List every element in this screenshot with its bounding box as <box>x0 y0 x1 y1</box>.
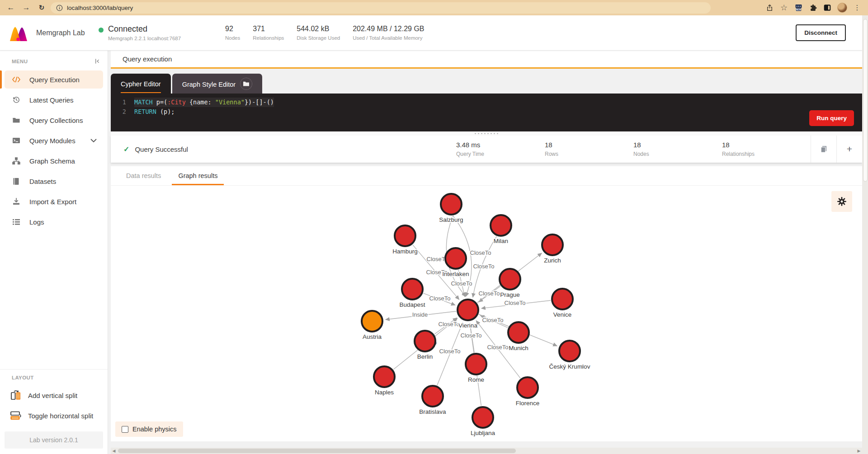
code-line[interactable]: 2RETURN (p); <box>111 107 862 117</box>
scroll-left-arrow-icon[interactable]: ◀ <box>111 448 117 454</box>
horizontal-scroll-thumb[interactable] <box>118 449 516 453</box>
graph-node[interactable] <box>508 322 529 343</box>
folder-icon <box>240 78 252 90</box>
import-icon <box>12 197 21 206</box>
vertical-scrollbar[interactable] <box>862 15 868 454</box>
sidebar-item-query-execution[interactable]: Query Execution <box>5 70 103 89</box>
enable-physics-checkbox[interactable] <box>122 426 128 433</box>
brand: Memgraph Lab <box>0 24 99 42</box>
graph-node[interactable] <box>422 386 443 407</box>
query-status-text: Query Successful <box>135 145 188 153</box>
node-label: Ljubljana <box>471 430 495 436</box>
graph-node[interactable] <box>374 366 395 387</box>
result-stat: 18Rows <box>545 141 633 157</box>
share-icon[interactable] <box>765 3 774 12</box>
graph-node[interactable] <box>402 279 423 300</box>
extensions-puzzle-icon[interactable] <box>808 3 817 12</box>
graph-node[interactable] <box>362 311 382 332</box>
enable-physics-label[interactable]: Enable physics <box>132 426 177 433</box>
extension-new-icon[interactable]: NEW <box>794 3 803 12</box>
add-view-button[interactable]: + <box>837 136 862 163</box>
memgraph-logo-icon <box>9 24 30 42</box>
vertical-scroll-thumb[interactable] <box>863 19 868 182</box>
graph-settings-gear-icon[interactable] <box>831 191 852 212</box>
code-text: MATCH p=(:City {name: "Vienna"})-[]-() <box>134 98 274 107</box>
browser-menu-kebab-icon[interactable]: ⋮ <box>853 3 862 12</box>
edge-label: Inside <box>412 311 428 318</box>
tab-graph-results[interactable]: Graph results <box>172 166 224 185</box>
connection-state: Connected <box>108 24 181 34</box>
node-label: Prague <box>500 291 520 298</box>
sidebar-item-datasets[interactable]: Datasets <box>5 172 103 190</box>
node-label: Venice <box>553 311 572 318</box>
header-stat: 371Relationships <box>253 25 284 41</box>
layout-item-toggle-horizontal-split[interactable]: Toggle horizontal split <box>5 407 103 425</box>
sidebar-item-import-export[interactable]: Import & Export <box>5 192 103 211</box>
tab-graph-style-editor[interactable]: Graph Style Editor <box>172 74 262 94</box>
query-status-bar: ✓ Query Successful 3.48 msQuery Time18Ro… <box>111 136 862 163</box>
bookmark-star-icon[interactable]: ☆ <box>779 3 788 12</box>
graph-canvas[interactable]: Enable physics CloseToCloseToCloseToClos… <box>111 186 862 441</box>
node-label: Budapest <box>399 301 425 308</box>
tab-cypher-editor[interactable]: Cypher Editor <box>111 74 171 94</box>
sidebar-layout-menu: Add vertical splitToggle horizontal spli… <box>0 384 108 427</box>
code-icon <box>12 75 21 84</box>
graph-node[interactable] <box>500 269 520 290</box>
site-info-icon[interactable] <box>56 5 63 11</box>
graph-visualization[interactable]: CloseToCloseToCloseToCloseToCloseToClose… <box>111 186 857 441</box>
sidebar-item-query-collections[interactable]: Query Collections <box>5 111 103 129</box>
edge-label: CloseTo <box>473 263 495 270</box>
layout-item-label: Add vertical split <box>28 392 77 399</box>
cypher-editor[interactable]: 1MATCH p=(:City {name: "Vienna"})-[]-()2… <box>111 94 862 131</box>
result-stat: 18Relationships <box>722 141 811 157</box>
sidebar-item-label: Graph Schema <box>29 157 75 165</box>
browser-forward-icon[interactable]: → <box>20 1 33 14</box>
address-bar[interactable]: localhost:3000/lab/query <box>51 2 711 14</box>
graph-node[interactable] <box>559 341 580 361</box>
graph-node[interactable] <box>491 215 511 236</box>
horizontal-scrollbar[interactable]: ◀ ▶ <box>111 448 862 454</box>
graph-node[interactable] <box>517 377 538 398</box>
disconnect-button[interactable]: Disconnect <box>796 24 846 41</box>
graph-node[interactable] <box>542 234 563 255</box>
scroll-right-arrow-icon[interactable]: ▶ <box>856 448 862 454</box>
sidebar-item-logs[interactable]: Logs <box>5 213 103 231</box>
sidebar-collapse-icon[interactable] <box>94 58 100 65</box>
chevron-down-icon[interactable] <box>90 139 97 143</box>
browser-reload-icon[interactable]: ↻ <box>35 1 48 14</box>
browser-back-icon[interactable]: ← <box>5 1 17 14</box>
connection-status: Connected Memgraph 2.2.1 localhost:7687 <box>99 24 187 41</box>
folder-icon <box>12 116 21 124</box>
layout-item-add-vertical-split[interactable]: Add vertical split <box>5 386 103 404</box>
code-line[interactable]: 1MATCH p=(:City {name: "Vienna"})-[]-() <box>111 98 862 107</box>
app-name: Memgraph Lab <box>36 29 85 37</box>
layout-section-label: LAYOUT <box>12 375 34 380</box>
editor-resize-handle[interactable] <box>111 131 862 136</box>
results-tabs: Data resultsGraph results <box>111 166 862 186</box>
graph-node[interactable] <box>466 354 486 374</box>
graph-node[interactable] <box>445 248 466 269</box>
sidebar-item-latest-queries[interactable]: Latest Queries <box>5 91 103 109</box>
side-panel-icon[interactable] <box>823 3 832 12</box>
sidebar-item-query-modules[interactable]: Query Modules <box>5 131 103 150</box>
run-query-button[interactable]: Run query <box>809 110 854 126</box>
graph-node[interactable] <box>552 289 573 309</box>
copy-results-button[interactable] <box>811 136 836 163</box>
graph-node[interactable] <box>458 300 478 320</box>
tab-data-results[interactable]: Data results <box>120 166 167 185</box>
sidebar-item-label: Query Modules <box>29 137 75 145</box>
graph-node[interactable] <box>472 407 493 428</box>
graph-node[interactable] <box>395 225 415 246</box>
graph-node[interactable] <box>415 331 435 351</box>
hsplit-icon <box>10 412 22 420</box>
browser-actions: ☆ NEW ⋮ <box>765 3 863 13</box>
sidebar-item-graph-schema[interactable]: Graph Schema <box>5 152 103 170</box>
profile-avatar[interactable] <box>837 3 847 13</box>
stat-label: Nodes <box>225 35 240 41</box>
stat-label: Query Time <box>456 151 545 157</box>
edge-label: CloseTo <box>439 348 461 355</box>
node-label: Salzburg <box>439 216 463 223</box>
graph-node[interactable] <box>441 194 462 215</box>
url-text[interactable]: localhost:3000/lab/query <box>67 5 133 11</box>
header-stat: 202.49 MB / 12.29 GBUsed / Total Availab… <box>353 25 424 41</box>
